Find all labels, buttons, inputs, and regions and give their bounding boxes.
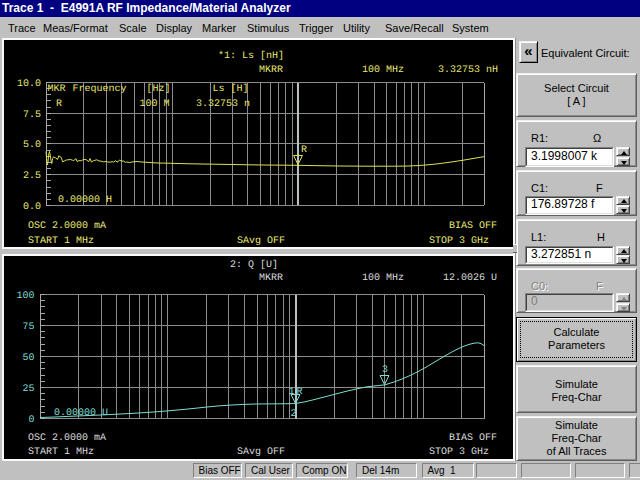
- svg-text:BIAS OFF: BIAS OFF: [449, 221, 497, 232]
- svg-text:50: 50: [22, 353, 34, 364]
- svg-text:2: 2: [291, 409, 297, 420]
- svg-text:MKRR: MKRR: [259, 273, 283, 284]
- svg-text:12.0026 U: 12.0026 U: [443, 273, 497, 284]
- svg-text:100 MHz: 100 MHz: [362, 65, 404, 76]
- svg-text:R: R: [297, 387, 303, 398]
- svg-text:0.00000 H: 0.00000 H: [58, 195, 112, 206]
- svg-text:BIAS OFF: BIAS OFF: [449, 433, 497, 444]
- svg-text:1: 1: [289, 387, 295, 398]
- svg-text:0.0: 0.0: [23, 202, 41, 213]
- svg-text:100: 100: [16, 291, 34, 302]
- svg-text:R: R: [301, 145, 307, 156]
- svg-text:MKR: MKR: [48, 84, 66, 95]
- svg-text:2.5: 2.5: [23, 171, 41, 182]
- svg-text:100 MHz: 100 MHz: [362, 273, 404, 284]
- svg-text:75: 75: [22, 322, 34, 333]
- svg-text:*1: Ls [nH]: *1: Ls [nH]: [218, 50, 284, 62]
- svg-text:2: Q [U]: 2: Q [U]: [230, 259, 278, 271]
- svg-text:SAvg OFF: SAvg OFF: [237, 236, 285, 247]
- svg-text:START 1 MHz: START 1 MHz: [28, 447, 94, 458]
- svg-text:10.0: 10.0: [17, 79, 41, 90]
- svg-text:START 1 MHz: START 1 MHz: [28, 236, 94, 247]
- svg-text:3.32753 nH: 3.32753 nH: [438, 65, 498, 76]
- svg-text:[Hz]: [Hz]: [147, 83, 171, 95]
- svg-text:OSC 2.0000 mA: OSC 2.0000 mA: [28, 433, 106, 444]
- svg-text:5.0: 5.0: [23, 140, 41, 151]
- svg-text:Frequency: Frequency: [73, 84, 127, 95]
- svg-text:R: R: [56, 99, 62, 110]
- svg-text:0: 0: [28, 415, 34, 426]
- svg-text:3: 3: [382, 365, 388, 376]
- svg-text:MKRR: MKRR: [259, 65, 283, 76]
- svg-text:STOP 3 GHz: STOP 3 GHz: [429, 447, 489, 458]
- svg-text:100 M: 100 M: [140, 99, 170, 110]
- svg-text:Ls [H]: Ls [H]: [213, 83, 249, 95]
- svg-text:STOP 3 GHz: STOP 3 GHz: [429, 236, 489, 247]
- svg-text:25: 25: [22, 384, 34, 395]
- svg-text:OSC 2.0000 mA: OSC 2.0000 mA: [28, 221, 106, 232]
- svg-text:3.32753 n: 3.32753 n: [196, 99, 250, 110]
- svg-text:SAvg OFF: SAvg OFF: [237, 447, 285, 458]
- svg-text:0.00000 U: 0.00000 U: [54, 408, 108, 419]
- svg-text:7.5: 7.5: [23, 110, 41, 121]
